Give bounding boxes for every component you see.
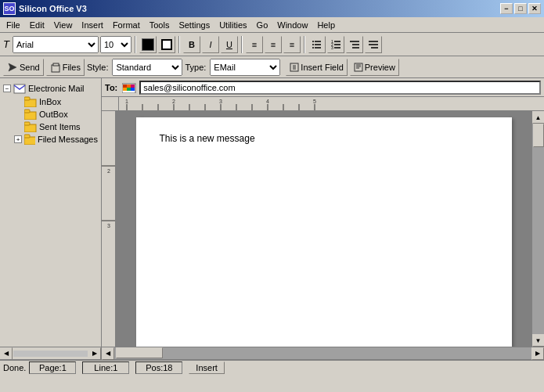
svg-rect-42 — [123, 88, 127, 91]
document-page: This is a new message — [136, 117, 512, 347]
app-icon: SO — [3, 2, 16, 15]
sidebar-item-filed[interactable]: + Filed Messages — [2, 133, 99, 146]
horizontal-scrollbar: ◀ ▶ — [102, 347, 544, 359]
files-button[interactable]: Files — [46, 59, 85, 76]
send-button[interactable]: Send — [3, 59, 44, 76]
preview-button[interactable]: Preview — [350, 59, 399, 76]
filed-folder-icon — [24, 134, 35, 145]
indent-icon — [349, 39, 360, 50]
scroll-up-button[interactable]: ▲ — [532, 111, 545, 124]
hscroll-left-button[interactable]: ◀ — [102, 347, 114, 360]
menu-view[interactable]: View — [49, 19, 77, 31]
vertical-scrollbar: ▲ ▼ — [531, 111, 544, 347]
close-button[interactable]: ✕ — [528, 3, 541, 14]
underline-button[interactable]: U — [221, 36, 238, 53]
vscroll-track[interactable] — [532, 124, 544, 334]
align-center-button[interactable]: ≡ — [265, 36, 282, 53]
preview-icon — [354, 63, 363, 72]
menu-utilities[interactable]: Utilities — [214, 19, 251, 31]
document-content[interactable]: This is a new message — [160, 133, 488, 144]
menu-file[interactable]: File — [2, 19, 25, 31]
svg-rect-20 — [53, 63, 59, 66]
expand-filed[interactable]: + — [14, 135, 22, 143]
outdent-icon — [368, 39, 379, 50]
font-selector[interactable]: Arial Times New Roman Courier — [13, 36, 99, 53]
color-swatch — [142, 38, 154, 51]
hscroll-right-button[interactable]: ▶ — [531, 347, 544, 360]
ruler-marks: 1 2 3 4 5 — [119, 97, 541, 110]
outbox-label: OutBox — [39, 110, 68, 119]
sidebar-hscroll: ◀ ▶ — [0, 347, 101, 359]
font-select[interactable]: Arial Times New Roman Courier — [13, 36, 99, 53]
minimize-button[interactable]: − — [500, 3, 513, 14]
vscroll-thumb[interactable] — [533, 124, 544, 147]
menu-help[interactable]: Help — [312, 19, 340, 31]
expand-email[interactable]: − — [3, 85, 11, 92]
italic-icon: I — [209, 40, 211, 49]
separator-2 — [178, 36, 180, 53]
document-wrapper: 2 3 This is a new message ▲ — [102, 111, 544, 347]
insert-field-icon — [290, 63, 299, 72]
sidebar-scroll-track[interactable] — [13, 351, 88, 357]
svg-rect-44 — [131, 88, 135, 91]
svg-rect-39 — [123, 85, 127, 88]
sidebar-scroll-right[interactable]: ▶ — [88, 347, 101, 360]
list-button-1[interactable] — [308, 36, 326, 53]
svg-rect-35 — [24, 122, 30, 125]
menu-insert[interactable]: Insert — [77, 19, 108, 31]
to-input[interactable] — [139, 81, 541, 95]
outline-button[interactable] — [158, 36, 175, 53]
italic-button[interactable]: I — [202, 36, 219, 53]
outline-swatch — [161, 39, 172, 50]
style-select[interactable]: Standard Heading 1 Heading 2 Body Text — [112, 59, 182, 76]
sidebar-scroll-left[interactable]: ◀ — [0, 347, 13, 360]
insert-mode-button[interactable]: Insert — [189, 361, 225, 374]
document-scroll-area[interactable]: This is a new message — [116, 111, 531, 347]
to-email-icon — [122, 82, 136, 93]
style-selector[interactable]: Standard Heading 1 Heading 2 Body Text — [112, 59, 182, 76]
insert-field-button[interactable]: Insert Field — [286, 59, 347, 76]
menu-tools[interactable]: Tools — [145, 19, 175, 31]
outdent-button[interactable] — [365, 36, 382, 53]
to-label: To: — [105, 83, 117, 92]
type-selector[interactable]: EMail Fax Letter — [210, 59, 280, 76]
hscroll-thumb[interactable] — [116, 347, 163, 358]
send-icon — [7, 62, 18, 73]
svg-rect-45 — [119, 97, 541, 110]
underline-icon: U — [226, 40, 232, 49]
menu-go[interactable]: Go — [252, 19, 273, 31]
menu-settings[interactable]: Settings — [174, 19, 214, 31]
svg-text:1: 1 — [125, 99, 128, 104]
svg-text:2: 2 — [172, 99, 175, 104]
menu-window[interactable]: Window — [272, 19, 312, 31]
hscroll-track[interactable] — [114, 347, 531, 359]
bold-button[interactable]: B — [183, 36, 200, 53]
sidebar-item-email[interactable]: − Electronic Mail — [2, 81, 99, 95]
svg-rect-31 — [24, 97, 30, 100]
filed-label: Filed Messages — [38, 135, 98, 144]
align-left-button[interactable]: ≡ — [246, 36, 263, 53]
mail-toolbar: Send Files Style: Standard Heading 1 Hea… — [0, 56, 544, 78]
font-size-select[interactable]: 8910 111214 — [100, 36, 131, 53]
scroll-down-button[interactable]: ▼ — [532, 334, 545, 347]
folder-tree: − Electronic Mail InBox — [0, 78, 101, 347]
sidebar-item-sent[interactable]: Sent Items — [2, 120, 99, 133]
type-select[interactable]: EMail Fax Letter — [210, 59, 280, 76]
svg-text:3: 3 — [219, 99, 222, 104]
maximize-button[interactable]: □ — [514, 3, 527, 14]
text-color-button[interactable] — [139, 36, 157, 53]
sidebar-item-inbox[interactable]: InBox — [2, 95, 99, 108]
sidebar-item-outbox[interactable]: OutBox — [2, 108, 99, 120]
vertical-ruler: 2 3 — [102, 111, 116, 346]
list-button-2[interactable]: 123 — [327, 36, 344, 53]
font-size-selector[interactable]: 8910 111214 — [100, 36, 131, 53]
svg-point-5 — [312, 47, 314, 49]
indent-button[interactable] — [346, 36, 363, 53]
menu-edit[interactable]: Edit — [25, 19, 49, 31]
svg-text:3: 3 — [107, 223, 110, 228]
align-right-button[interactable]: ≡ — [283, 36, 301, 53]
menu-format[interactable]: Format — [108, 19, 145, 31]
inbox-label: InBox — [39, 97, 61, 106]
separator-4 — [304, 36, 305, 53]
style-label: Style: — [87, 63, 109, 72]
